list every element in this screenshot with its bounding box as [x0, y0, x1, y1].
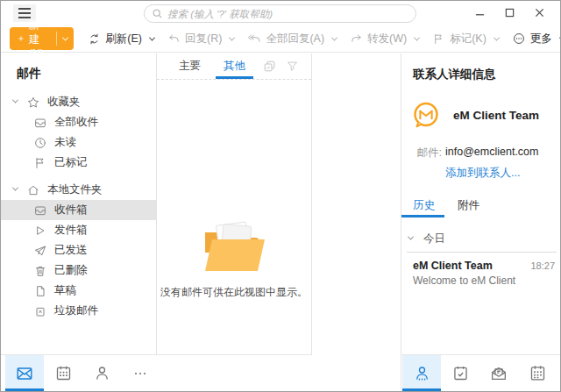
nav-contacts[interactable]: [82, 355, 121, 391]
history-time: 18:27: [530, 260, 555, 271]
folder-flagged[interactable]: 已标记: [1, 153, 156, 173]
person-icon: [93, 364, 111, 382]
reply-all-button[interactable]: 全部回复(A): [247, 32, 337, 46]
reply-all-label: 全部回复(A): [266, 32, 324, 46]
folder-drafts[interactable]: 草稿: [1, 281, 156, 301]
folder-group-favorites[interactable]: 收藏夹: [1, 92, 156, 112]
select-messages-icon[interactable]: [262, 59, 277, 74]
folder-inbox[interactable]: 收件箱: [1, 200, 156, 220]
nav-calendar[interactable]: [44, 355, 82, 391]
nav-invitations[interactable]: [479, 355, 518, 391]
envelope-letter-icon: [489, 364, 508, 383]
new-dropdown[interactable]: [56, 27, 74, 50]
history-preview: Welcome to eM Client: [413, 274, 555, 287]
star-icon: [26, 95, 41, 110]
reading-pane: [312, 53, 401, 391]
email-label: 邮件:: [405, 146, 442, 160]
refresh-icon: [88, 32, 101, 46]
history-sender: eM Client Team: [413, 260, 530, 272]
folder-deleted[interactable]: 已删除: [1, 260, 156, 281]
search-icon: [152, 8, 163, 19]
search-box[interactable]: [144, 4, 416, 23]
refresh-label: 刷新(E): [105, 32, 142, 46]
calendar-check-icon: [451, 364, 470, 382]
folder-outbox[interactable]: 发件箱: [1, 220, 156, 240]
app-window: 新建(N) 刷新(E) 回复(R) 全部回复(A) 转发(W) 标记(K): [0, 0, 561, 392]
collapse-icon[interactable]: [13, 187, 20, 194]
tab-history[interactable]: 历史: [401, 193, 446, 217]
history-group-today[interactable]: 今日: [408, 232, 555, 246]
empty-state: 没有邮件可供在此视图中显示。: [157, 220, 311, 300]
folder-group-local[interactable]: 本地文件夹: [1, 180, 156, 200]
document-icon: [33, 283, 48, 298]
contact-name: eM Client Team: [453, 109, 539, 122]
reply-all-icon: [247, 32, 261, 46]
nav-agenda[interactable]: [441, 355, 479, 391]
forward-button[interactable]: 转发(W): [350, 32, 419, 46]
tag-button[interactable]: 标记(K): [432, 32, 499, 46]
folder-junk[interactable]: 垃圾邮件: [1, 301, 156, 321]
window-controls: [467, 3, 551, 22]
calendar-icon: [54, 364, 73, 382]
outbox-icon: [33, 223, 48, 238]
calendar-grid-icon: [529, 364, 547, 382]
tab-other[interactable]: 其他: [212, 53, 257, 79]
chevron-down-icon: [408, 234, 414, 240]
history-item[interactable]: eM Client Team 18:27 Welcome to eM Clien…: [401, 253, 561, 287]
nav-contact-details[interactable]: [402, 355, 441, 391]
em-client-logo: [411, 100, 441, 130]
message-list-tabs: 主要 其他: [157, 53, 311, 80]
tag-label: 标记(K): [450, 32, 486, 46]
mail-icon: [15, 364, 34, 383]
chevron-down-icon: [331, 34, 337, 40]
inbox-tray-icon: [33, 203, 48, 217]
chevron-down-icon: [62, 34, 68, 40]
home-icon: [26, 182, 41, 197]
filter-icon[interactable]: [286, 60, 299, 73]
maximize-button[interactable]: [497, 3, 522, 22]
folder-sent[interactable]: 已发送: [1, 240, 156, 260]
folder-all-inbox[interactable]: 全部收件: [1, 112, 156, 132]
contact-email-row: 邮件: info@emclient.com: [401, 130, 561, 160]
clock-icon: [33, 135, 48, 150]
collapse-icon[interactable]: [13, 99, 20, 106]
flag-icon: [432, 32, 445, 46]
reply-button[interactable]: 回复(R): [167, 32, 234, 46]
search-input[interactable]: [167, 9, 408, 19]
email-value: info@emclient.com: [445, 146, 538, 160]
more-button[interactable]: 更多: [512, 32, 561, 46]
reply-icon: [167, 32, 181, 46]
folder-unread[interactable]: 未读: [1, 132, 156, 153]
forward-icon: [350, 32, 363, 46]
contact-details-pane: 联系人详细信息 eM Client Team 邮件: info@emclient…: [401, 53, 561, 391]
tab-primary[interactable]: 主要: [167, 53, 212, 79]
nav-mail[interactable]: [5, 355, 44, 391]
add-to-contacts-link[interactable]: 添加到联系人...: [401, 160, 561, 181]
refresh-button[interactable]: 刷新(E): [88, 32, 154, 46]
contact-tabs: 历史 附件: [401, 193, 561, 217]
chevron-down-icon: [494, 34, 500, 40]
chevron-down-icon: [229, 34, 235, 40]
new-button[interactable]: 新建(N): [10, 27, 74, 50]
message-list-pane: 主要 其他 没有邮件可供在此视图中显示。: [157, 53, 312, 391]
plus-icon: [18, 32, 25, 45]
person-icon: [413, 364, 431, 382]
forward-label: 转发(W): [367, 32, 407, 46]
empty-folder-icon: [200, 220, 268, 274]
tab-attachments[interactable]: 附件: [446, 193, 491, 217]
app-nav-left: [1, 354, 312, 391]
minimize-button[interactable]: [467, 3, 492, 22]
chevron-down-icon: [149, 34, 155, 40]
nav-calendar-grid[interactable]: [518, 355, 557, 391]
contact-pane-title: 联系人详细信息: [401, 53, 561, 82]
pane-title: 邮件: [1, 53, 156, 92]
flag-icon: [33, 155, 48, 170]
trash-icon: [33, 263, 48, 278]
today-label: 今日: [423, 232, 445, 246]
main-toolbar: 新建(N) 刷新(E) 回复(R) 全部回复(A) 转发(W) 标记(K): [1, 25, 560, 53]
sidebar-nav-right: [401, 354, 561, 391]
close-button[interactable]: [527, 3, 551, 22]
folder-pane: 邮件 收藏夹 全部收件 未读 已标记 本地文件夹 收件箱: [1, 53, 157, 391]
junk-icon: [33, 303, 48, 318]
nav-more[interactable]: [121, 355, 160, 391]
